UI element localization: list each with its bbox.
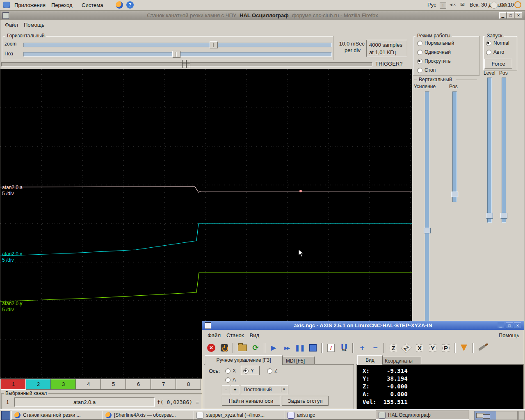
user-switcher-icon[interactable]: [491, 2, 498, 9]
force-button[interactable]: Force: [484, 59, 512, 69]
trigger-auto[interactable]: Авто: [486, 49, 504, 55]
help-launcher-icon[interactable]: ?: [126, 1, 134, 9]
taskbar-end-widget[interactable]: [518, 411, 525, 420]
axis-minimize-button[interactable]: ▁: [498, 322, 504, 328]
menu-places[interactable]: Переход: [48, 1, 75, 9]
menu-help[interactable]: Помощь: [21, 21, 47, 29]
firefox-launcher-icon[interactable]: [116, 1, 123, 9]
view-p-icon[interactable]: P: [440, 342, 452, 354]
zoom-in-icon[interactable]: +: [356, 342, 368, 354]
run-mode-single[interactable]: Одиночный: [417, 49, 451, 55]
view-x-icon[interactable]: X: [414, 342, 425, 354]
menu-applications[interactable]: Приложения: [11, 1, 48, 9]
estop-icon[interactable]: ✕: [205, 342, 217, 354]
mail-icon[interactable]: ✉: [460, 1, 465, 7]
run-mode-normal[interactable]: Нормальный: [417, 40, 454, 46]
axis-menu-view[interactable]: Вид: [247, 331, 262, 339]
selected-channel-signal-field[interactable]: atan2.0.a: [14, 397, 155, 407]
tab-dro[interactable]: Координаты: [376, 356, 421, 365]
taskbar-item-firefox-1[interactable]: Станок канатной резки ...: [11, 411, 105, 420]
view-z-icon[interactable]: Z: [388, 342, 399, 354]
trigger-position-handle[interactable]: [182, 60, 190, 68]
optional-pause-icon[interactable]: ❚❚M1: [338, 342, 350, 354]
jog-minus-button[interactable]: -: [222, 385, 230, 394]
axis-radio-x[interactable]: X: [225, 368, 236, 374]
level-slider-handle[interactable]: [486, 213, 493, 219]
shutdown-icon[interactable]: [514, 1, 521, 8]
axis-close-button[interactable]: ✕: [514, 322, 521, 329]
touch-off-button[interactable]: Задать отступ: [282, 396, 329, 406]
axis-maximize-button[interactable]: □: [506, 322, 513, 329]
axis-radio-y[interactable]: Y: [243, 368, 254, 374]
taskbar-item-editor[interactable]: stepper_xyza.hal (~/linux...: [194, 411, 287, 420]
axis-radio-z[interactable]: Z: [267, 368, 277, 374]
zoom-slider-handle[interactable]: [210, 41, 218, 48]
zoom-out-icon[interactable]: −: [370, 342, 381, 354]
maximize-button[interactable]: □: [507, 12, 514, 19]
home-axis-button[interactable]: Найти начало оси: [222, 396, 280, 406]
horizontal-group-label: Горизонтальный: [5, 33, 46, 39]
minimize-button[interactable]: ▁: [499, 12, 507, 19]
channel-4-button[interactable]: 4: [76, 379, 101, 390]
applications-menu-icon: [3, 2, 10, 8]
taskbar-item-axis[interactable]: axis.ngc: [285, 411, 378, 420]
gain-slider-trough[interactable]: [425, 91, 429, 322]
workspace-2[interactable]: [496, 411, 518, 420]
jog-speed-dropdown[interactable]: Постоянный ▼: [241, 385, 288, 394]
axis-menu-help[interactable]: Помощь: [496, 331, 522, 339]
taskbar-item-halscope[interactable]: HAL Осциллограф: [376, 411, 469, 420]
channel-2-button[interactable]: 2: [26, 379, 51, 390]
vertical-pos-slider-handle[interactable]: [451, 192, 458, 197]
channel-7-button[interactable]: 7: [151, 379, 176, 390]
step-icon[interactable]: ▶▶: [281, 342, 292, 354]
stop-icon[interactable]: [307, 342, 319, 354]
menu-file[interactable]: Файл: [2, 21, 21, 29]
machine-power-icon[interactable]: [219, 342, 230, 354]
volume-muted-icon[interactable]: ◄×: [449, 2, 456, 7]
workspace-switcher[interactable]: [474, 411, 518, 420]
axis-menu-file[interactable]: Файл: [205, 331, 224, 339]
zoom-slider-trough[interactable]: [23, 43, 332, 47]
menu-system[interactable]: Система: [79, 1, 106, 9]
input-applet-icon[interactable]: ↑: [440, 2, 446, 9]
axis-radio-a[interactable]: A: [225, 377, 236, 383]
dro-y: Y: 38.194: [363, 375, 523, 383]
run-icon[interactable]: ▶: [268, 342, 279, 354]
trigger-normal[interactable]: Normal: [486, 40, 509, 46]
halscope-titlebar[interactable]: Станок канатной резки камня с ЧПУ HAL Ос…: [0, 11, 525, 20]
tool-cone-icon[interactable]: [458, 342, 470, 354]
workspace-1[interactable]: [475, 411, 496, 420]
trigger-pos-slider-trough[interactable]: [502, 78, 506, 223]
axis-menu-machine[interactable]: Станок: [224, 331, 247, 339]
pause-icon[interactable]: ❚❚: [294, 342, 306, 354]
vertical-pos-slider-trough[interactable]: [452, 91, 457, 202]
taskbar-item-firefox-2[interactable]: [Sherline4Axis — обозрев...: [103, 411, 196, 420]
run-mode-stop[interactable]: Стоп: [417, 67, 436, 73]
skip-lines-icon[interactable]: /: [325, 342, 337, 354]
channel-8-button[interactable]: 8: [176, 379, 201, 390]
keyboard-layout-indicator[interactable]: Рус: [427, 2, 436, 8]
run-mode-roll[interactable]: Прокрутить: [417, 58, 451, 64]
view-y-icon[interactable]: Y: [427, 342, 438, 354]
channel-5-button[interactable]: 5: [101, 379, 126, 390]
reload-icon[interactable]: ⟳: [250, 342, 261, 354]
view-z2-icon[interactable]: Z: [401, 342, 412, 354]
show-desktop-button[interactable]: [1, 411, 10, 420]
level-slider-trough[interactable]: [487, 78, 492, 223]
close-button[interactable]: ✕: [515, 12, 522, 19]
position-slider-handle[interactable]: [172, 51, 180, 58]
tab-manual-control[interactable]: Ручное управление [F3]: [205, 355, 283, 365]
clear-plot-icon[interactable]: [476, 342, 488, 354]
channel-3-button[interactable]: 3: [51, 379, 76, 390]
channel-6-button[interactable]: 6: [126, 379, 151, 390]
trigger-pos-slider-handle[interactable]: [500, 213, 507, 219]
user-name[interactable]: dan: [498, 2, 507, 8]
axis-titlebar[interactable]: axis.ngc - AXIS 2.5.1 on LinuxCNC-HAL-ST…: [202, 321, 524, 330]
channel-1-button[interactable]: 1: [1, 379, 26, 390]
open-file-icon[interactable]: [237, 342, 248, 354]
tab-preview[interactable]: Вид: [357, 355, 383, 365]
jog-plus-button[interactable]: +: [231, 385, 239, 394]
gain-slider-handle[interactable]: [424, 228, 431, 233]
vertical-pos-slider-label: Pos: [449, 84, 458, 89]
top-panel: Приложения Переход Система ? Рус ↑ ◄× ✉ …: [0, 0, 525, 11]
